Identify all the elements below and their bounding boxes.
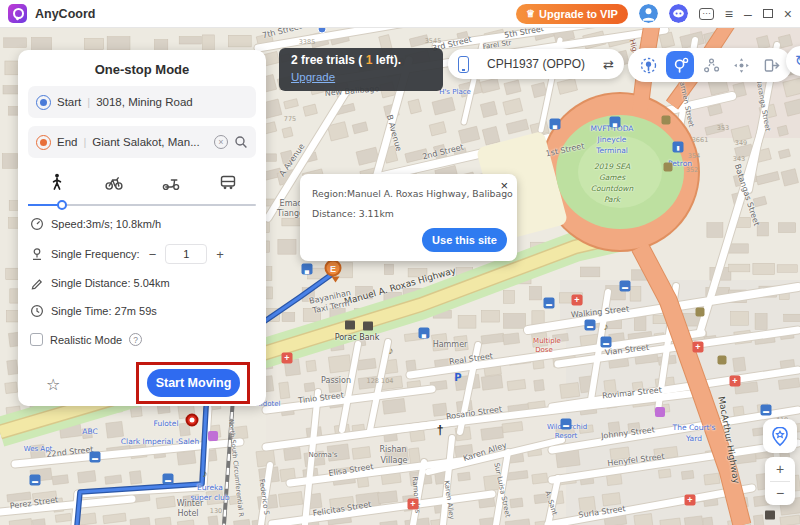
clock-icon (30, 304, 44, 318)
search-icon[interactable] (234, 135, 248, 149)
upgrade-link[interactable]: Upgrade (291, 71, 335, 83)
device-name: CPH1937 (OPPO) (477, 57, 595, 71)
account-avatar[interactable] (639, 4, 658, 23)
free-trials-banner: 2 free trials ( 1 left). Upgrade (279, 48, 443, 91)
trials-prefix: 2 free trials ( (291, 53, 366, 67)
scooter-mode-tab[interactable] (161, 172, 181, 192)
frequency-value-input[interactable]: 1 (165, 244, 207, 264)
multi-stop-mode-button[interactable] (700, 53, 724, 77)
speed-row: Speed:3m/s; 10.8km/h (30, 217, 161, 231)
realistic-mode-checkbox[interactable] (30, 333, 43, 346)
start-label: Start (57, 96, 81, 108)
frequency-increase-button[interactable]: + (214, 247, 226, 262)
end-location-input[interactable]: End | Giant Salakot, Man... × (28, 126, 256, 158)
realistic-mode-label: Realistic Mode (50, 334, 122, 346)
popup-close-icon[interactable]: × (500, 178, 508, 193)
app-logo-icon (8, 4, 27, 23)
app-window: 7th Street5th StreetFarel Str3rd StreetN… (0, 0, 800, 525)
discord-icon[interactable] (669, 4, 688, 23)
time-row: Single Time: 27m 59s (30, 304, 157, 318)
popup-distance-text: Distance: 3.11km (312, 208, 505, 219)
realistic-mode-row: Realistic Mode ? (30, 333, 142, 346)
clear-end-icon[interactable]: × (214, 135, 228, 149)
panel-title: One-stop Mode (18, 62, 266, 77)
start-pin-icon (36, 95, 51, 110)
pencil-icon (30, 276, 44, 290)
popup-region-text: Region:Manuel A. Roxas Highway, Balibago (312, 188, 505, 199)
collections-button[interactable] (763, 419, 797, 453)
upgrade-to-vip-button[interactable]: ♕ Upgrade to VIP (516, 4, 628, 24)
bicycle-mode-tab[interactable] (104, 172, 124, 192)
transport-mode-tabs (28, 172, 256, 192)
start-value: 3018, Mining Road (96, 96, 248, 108)
favorite-star-icon[interactable]: ☆ (46, 375, 60, 394)
distance-text: Single Distance: 5.04km (51, 277, 170, 289)
end-pin-icon (36, 135, 51, 150)
feedback-icon[interactable]: ⋯ (699, 8, 714, 20)
trials-text: 2 free trials ( 1 left). (291, 53, 431, 67)
mode-toolbar (628, 48, 792, 82)
device-selector[interactable]: CPH1937 (OPPO) ⇄ (448, 49, 624, 79)
distance-row: Single Distance: 5.04km (30, 276, 170, 290)
title-bar: AnyCoord ♕ Upgrade to VIP ⋯ ≡ – × (0, 0, 800, 28)
end-value: Giant Salakot, Man... (92, 136, 208, 148)
frequency-label: Single Frequency: (51, 248, 140, 260)
start-location-input[interactable]: Start | 3018, Mining Road (28, 86, 256, 118)
start-moving-button[interactable]: Start Moving (147, 369, 240, 397)
phone-icon (458, 56, 469, 73)
slider-handle[interactable] (57, 200, 67, 210)
bus-mode-tab[interactable] (218, 172, 238, 192)
menu-icon[interactable]: ≡ (725, 7, 733, 21)
one-stop-mode-button[interactable] (666, 51, 694, 79)
app-title: AnyCoord (35, 7, 95, 21)
divider: | (87, 96, 90, 108)
zoom-out-button[interactable]: − (765, 482, 795, 506)
zoom-in-button[interactable]: + (765, 457, 795, 481)
end-label: End (57, 136, 77, 148)
speedometer-icon (30, 217, 44, 231)
minimize-button[interactable]: – (744, 7, 752, 21)
time-text: Single Time: 27m 59s (51, 305, 157, 317)
speed-slider[interactable] (28, 200, 256, 210)
site-info-popup: × Region:Manuel A. Roxas Highway, Baliba… (300, 174, 517, 261)
upgrade-label: Upgrade to VIP (539, 8, 618, 20)
route-point-marker[interactable] (186, 414, 199, 427)
speed-text: Speed:3m/s; 10.8km/h (51, 218, 161, 230)
joystick-mode-button[interactable] (730, 53, 754, 77)
zoom-controls: + − (765, 457, 795, 505)
switch-device-icon[interactable]: ⇄ (603, 57, 614, 72)
end-marker[interactable]: E (325, 260, 342, 277)
frequency-row: Single Frequency: − 1 + (30, 244, 226, 264)
trials-suffix: left). (372, 53, 401, 67)
walk-mode-tab[interactable] (47, 172, 67, 192)
crown-icon: ♕ (526, 8, 535, 19)
one-stop-mode-panel: One-stop Mode Start | 3018, Mining Road … (18, 50, 266, 406)
divider: | (83, 136, 86, 148)
maximize-button[interactable] (763, 9, 773, 18)
teleport-mode-button[interactable] (637, 53, 661, 77)
close-button[interactable]: × (784, 7, 792, 21)
exit-mode-button[interactable] (759, 53, 783, 77)
help-icon[interactable]: ? (129, 333, 142, 346)
frequency-decrease-button[interactable]: − (147, 247, 159, 262)
frequency-icon (30, 247, 44, 261)
use-this-site-button[interactable]: Use this site (422, 228, 507, 252)
